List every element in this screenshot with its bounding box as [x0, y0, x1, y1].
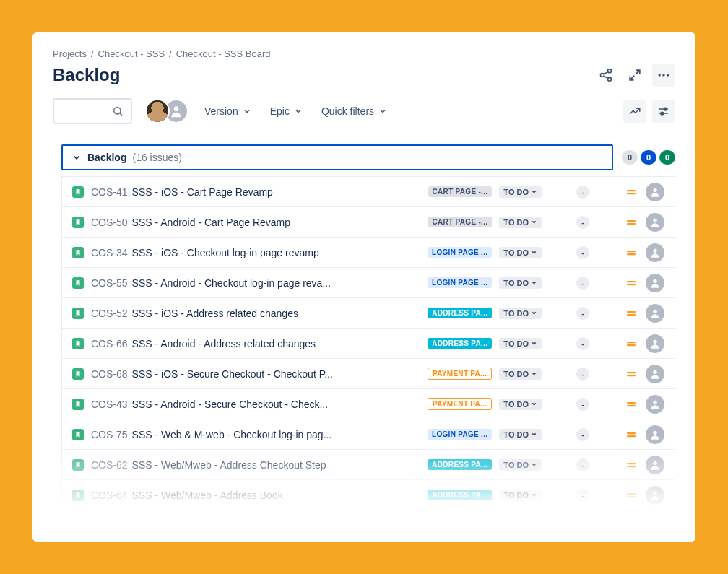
chevron-down-icon — [531, 219, 537, 225]
issue-row[interactable]: COS-41 SSS - iOS - Cart Page Revamp CART… — [62, 177, 675, 207]
issue-row[interactable]: COS-55 SSS - Android - Checkout log-in p… — [62, 268, 675, 298]
chevron-down-icon — [72, 152, 82, 162]
estimate: - — [576, 307, 589, 320]
estimate: - — [576, 398, 589, 411]
issue-row[interactable]: COS-50 SSS - Android - Cart Page Revamp … — [62, 207, 675, 238]
assignee-avatar[interactable] — [646, 243, 664, 262]
svg-rect-43 — [627, 466, 636, 467]
breadcrumb-item[interactable]: Checkout - SSS — [98, 48, 165, 59]
issue-link[interactable]: COS-55 SSS - Android - Checkout log-in p… — [91, 277, 420, 289]
more-button[interactable] — [652, 64, 675, 87]
priority-medium-icon — [624, 399, 638, 410]
assignee-avatar[interactable] — [646, 213, 664, 232]
status-badge[interactable]: TO DO — [499, 186, 542, 198]
insights-button[interactable] — [623, 100, 646, 123]
svg-point-14 — [661, 112, 664, 115]
issue-row[interactable]: COS-62 SSS - Web/Mweb - Address Checkout… — [62, 450, 675, 480]
version-filter[interactable]: Version — [202, 101, 254, 121]
assignee-avatar[interactable] — [646, 425, 664, 444]
share-button[interactable] — [594, 64, 618, 87]
issue-row[interactable]: COS-66 SSS - Android - Address related c… — [62, 329, 675, 359]
count-todo: 0 — [622, 150, 638, 165]
issue-key: COS-34 — [91, 247, 128, 258]
view-settings-button[interactable] — [652, 100, 675, 123]
svg-point-7 — [667, 74, 669, 76]
search-input[interactable] — [53, 98, 132, 124]
section-header[interactable]: Backlog (16 issues) — [61, 144, 613, 170]
epic-badge[interactable]: ADDRESS PA... — [428, 490, 492, 500]
status-badge[interactable]: TO DO — [499, 247, 542, 258]
assignee-avatar[interactable] — [646, 183, 664, 201]
svg-point-12 — [664, 108, 667, 110]
status-badge[interactable]: TO DO — [499, 308, 542, 319]
fullscreen-button[interactable] — [623, 64, 646, 87]
epic-badge[interactable]: LOGIN PAGE ... — [428, 247, 492, 258]
chevron-down-icon — [531, 461, 537, 468]
epic-badge[interactable]: CART PAGE -... — [428, 186, 493, 197]
breadcrumb-item[interactable]: Checkout - SSS Board — [176, 48, 271, 59]
estimate: - — [576, 489, 589, 502]
issue-link[interactable]: COS-50 SSS - Android - Cart Page Revamp — [91, 217, 421, 228]
assignee-avatar[interactable] — [646, 304, 664, 323]
epic-badge[interactable]: CART PAGE -... — [428, 217, 493, 227]
issue-row[interactable]: COS-52 SSS - iOS - Address related chang… — [62, 298, 675, 329]
issue-link[interactable]: COS-62 SSS - Web/Mweb - Address Checkout… — [91, 459, 420, 471]
svg-rect-39 — [627, 432, 636, 434]
issue-link[interactable]: COS-43 SSS - Android - Secure Checkout -… — [91, 399, 420, 410]
status-badge[interactable]: TO DO — [499, 217, 542, 228]
epic-badge[interactable]: ADDRESS PA... — [428, 338, 492, 349]
assignee-avatar[interactable] — [646, 395, 664, 414]
issue-title: SSS - iOS - Address related changes — [132, 308, 421, 319]
issue-key: COS-66 — [91, 338, 128, 349]
assignee-avatar[interactable] — [646, 334, 664, 353]
epic-badge[interactable]: LOGIN PAGE ... — [428, 277, 492, 288]
avatar[interactable] — [145, 99, 170, 123]
status-badge[interactable]: TO DO — [499, 368, 542, 380]
issue-row[interactable]: COS-75 SSS - Web & M-web - Checkout log-… — [62, 419, 675, 450]
epic-badge[interactable]: ADDRESS PA... — [428, 308, 492, 318]
status-badge[interactable]: TO DO — [499, 277, 542, 289]
breadcrumb: Projects / Checkout - SSS / Checkout - S… — [53, 48, 675, 59]
assignee-avatar[interactable] — [646, 365, 664, 383]
epic-badge[interactable]: PAYMENT PA... — [428, 368, 492, 380]
issue-link[interactable]: COS-64 SSS - Web/Mweb - Address Book — [91, 490, 420, 501]
epic-badge[interactable]: LOGIN PAGE ... — [428, 429, 492, 440]
issue-link[interactable]: COS-75 SSS - Web & M-web - Checkout log-… — [91, 429, 420, 440]
issue-row[interactable]: COS-34 SSS - iOS - Checkout log-in page … — [62, 238, 675, 268]
svg-rect-22 — [627, 253, 636, 255]
status-badge[interactable]: TO DO — [499, 429, 542, 440]
epic-badge[interactable]: ADDRESS PA... — [428, 459, 492, 470]
epic-filter[interactable]: Epic — [267, 101, 306, 121]
issue-row[interactable]: COS-43 SSS - Android - Secure Checkout -… — [62, 389, 675, 419]
issue-link[interactable]: COS-66 SSS - Android - Address related c… — [91, 338, 420, 349]
issue-row[interactable]: COS-64 SSS - Web/Mweb - Address Book ADD… — [62, 480, 675, 510]
svg-point-44 — [653, 461, 656, 464]
issue-link[interactable]: COS-52 SSS - iOS - Address related chang… — [91, 308, 420, 319]
assignee-avatar[interactable] — [646, 274, 664, 292]
assignee-avatar[interactable] — [646, 456, 664, 474]
epic-badge[interactable]: PAYMENT PA... — [428, 398, 492, 410]
issue-link[interactable]: COS-41 SSS - iOS - Cart Page Revamp — [91, 186, 421, 198]
person-icon — [649, 308, 661, 319]
estimate: - — [576, 337, 589, 350]
section-title: Backlog — [87, 152, 126, 163]
svg-point-8 — [114, 108, 121, 114]
issue-link[interactable]: COS-68 SSS - iOS - Secure Checkout - Che… — [91, 368, 420, 380]
chevron-down-icon — [531, 401, 537, 407]
assignee-avatar[interactable] — [646, 486, 664, 505]
page-title: Backlog — [53, 65, 120, 85]
issue-type-story-icon — [72, 429, 84, 440]
breadcrumb-item[interactable]: Projects — [53, 48, 87, 59]
svg-rect-27 — [627, 311, 636, 313]
issue-title: SSS - Android - Address related changes — [132, 338, 421, 349]
status-badge[interactable]: TO DO — [499, 399, 542, 410]
quick-filters[interactable]: Quick filters — [318, 101, 390, 121]
issue-row[interactable]: COS-68 SSS - iOS - Secure Checkout - Che… — [62, 359, 675, 389]
issue-link[interactable]: COS-34 SSS - iOS - Checkout log-in page … — [91, 247, 420, 258]
svg-rect-19 — [627, 223, 636, 225]
svg-point-0 — [608, 69, 612, 73]
status-badge[interactable]: TO DO — [499, 490, 542, 501]
chevron-down-icon — [531, 340, 537, 347]
status-badge[interactable]: TO DO — [499, 338, 542, 349]
status-badge[interactable]: TO DO — [499, 459, 542, 471]
